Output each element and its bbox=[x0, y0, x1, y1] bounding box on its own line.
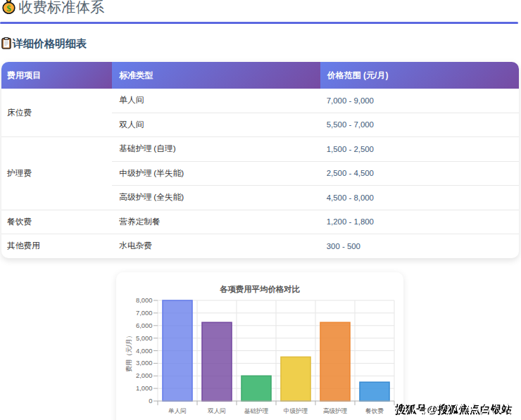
svg-text:$: $ bbox=[6, 3, 11, 13]
svg-text:中级护理: 中级护理 bbox=[284, 407, 308, 414]
svg-text:2,000: 2,000 bbox=[136, 371, 152, 379]
svg-text:双人间: 双人间 bbox=[208, 407, 226, 414]
svg-text:0: 0 bbox=[149, 397, 152, 405]
svg-text:费用（元/月）: 费用（元/月） bbox=[125, 332, 132, 372]
svg-text:餐饮费: 餐饮费 bbox=[365, 407, 384, 414]
svg-text:7,000: 7,000 bbox=[136, 309, 152, 317]
svg-text:5,000: 5,000 bbox=[136, 334, 152, 342]
svg-text:基础护理: 基础护理 bbox=[244, 407, 269, 414]
svg-text:单人间: 单人间 bbox=[168, 407, 187, 414]
svg-text:各项费用平均价格对比: 各项费用平均价格对比 bbox=[219, 285, 301, 293]
svg-text:8,000: 8,000 bbox=[136, 296, 152, 304]
svg-text:1,000: 1,000 bbox=[136, 384, 152, 392]
svg-text:6,000: 6,000 bbox=[136, 322, 152, 329]
svg-text:4,000: 4,000 bbox=[136, 347, 152, 355]
svg-text:3,000: 3,000 bbox=[136, 359, 152, 367]
svg-text:高级护理: 高级护理 bbox=[323, 407, 348, 414]
